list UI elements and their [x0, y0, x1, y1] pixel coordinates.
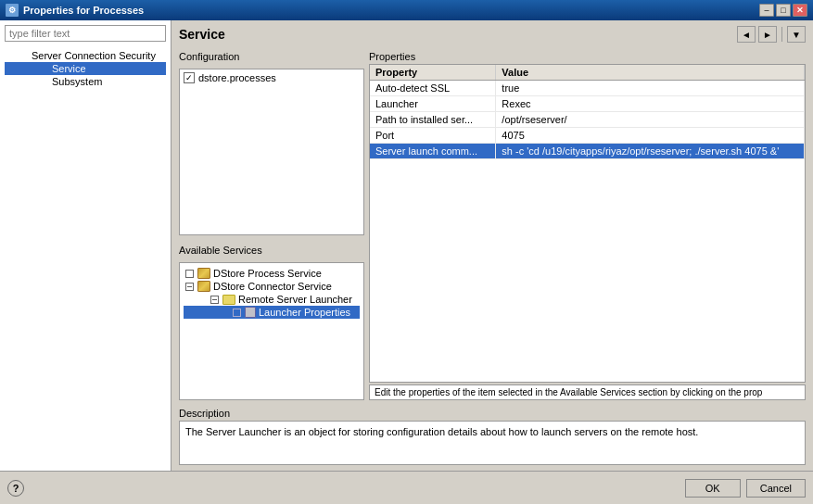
description-label: Description	[179, 408, 806, 419]
value-cell: /opt/rseserver/	[496, 112, 805, 128]
value-cell: sh -c 'cd /u19/cityapps/riyaz/opt/rseser…	[496, 144, 805, 159]
expand-icon-dstore-connector[interactable]: –	[185, 283, 194, 291]
sidebar-item-server-connection-security[interactable]: Server Connection Security	[5, 49, 166, 62]
property-cell: Server launch comm...	[370, 144, 496, 159]
expand-icon-dstore-process[interactable]	[185, 270, 194, 278]
section-title: Service	[179, 27, 225, 42]
sidebar-label-service: Service	[52, 63, 86, 74]
properties-table: Property Value Auto-detect SSLtrueLaunch…	[370, 65, 805, 159]
toolbar-buttons: ◄ ► ▼	[737, 26, 806, 43]
properties-label: Properties	[369, 51, 806, 62]
remote-launcher-icon	[222, 295, 235, 305]
avail-label-remote-launcher: Remote Server Launcher	[238, 294, 352, 305]
config-checkbox[interactable]: ✓	[184, 72, 195, 83]
property-cell: Launcher	[370, 96, 496, 112]
available-services-list[interactable]: DStore Process Service – DStore Connecto…	[179, 262, 364, 400]
avail-item-dstore-process[interactable]: DStore Process Service	[184, 267, 360, 280]
table-row[interactable]: Server launch comm...sh -c 'cd /u19/city…	[370, 144, 805, 159]
avail-label-launcher-properties: Launcher Properties	[259, 307, 350, 318]
toolbar-menu-button[interactable]: ▼	[787, 26, 806, 43]
title-bar-buttons: – □ ✕	[759, 4, 807, 17]
configuration-list[interactable]: ✓ dstore.processes	[179, 69, 364, 235]
ok-button[interactable]: OK	[685, 479, 741, 498]
table-row[interactable]: LauncherRexec	[370, 96, 805, 112]
sidebar: Server Connection Security Service Subsy…	[0, 20, 171, 471]
properties-panel: Properties Property Value Auto-detect SS…	[369, 51, 806, 400]
expand-icon-launcher-props[interactable]	[233, 309, 241, 317]
description-panel: Description The Server Launcher is an ob…	[179, 408, 806, 465]
menu-icon: ▼	[792, 30, 801, 40]
avail-item-dstore-connector[interactable]: – DStore Connector Service	[184, 280, 360, 293]
close-button[interactable]: ✕	[793, 4, 807, 17]
expand-icon-remote-launcher[interactable]: –	[210, 296, 219, 304]
launcher-props-icon	[245, 307, 256, 318]
sidebar-label-subsystem: Subsystem	[52, 76, 102, 87]
action-buttons: OK Cancel	[685, 479, 806, 498]
main-content: Service ◄ ► ▼ Configuration	[171, 20, 813, 471]
hint-bar: Edit the properties of the item selected…	[369, 384, 806, 400]
title-bar-left: ⚙ Properties for Processes	[6, 4, 144, 17]
forward-icon: ►	[763, 30, 772, 40]
section-header: Service ◄ ► ▼	[179, 26, 806, 43]
avail-item-remote-launcher[interactable]: – Remote Server Launcher	[184, 293, 360, 306]
content-columns: Configuration ✓ dstore.processes Availab…	[179, 51, 806, 400]
title-bar: ⚙ Properties for Processes – □ ✕	[0, 0, 813, 20]
value-cell: true	[496, 81, 805, 96]
col-header-property: Property	[370, 65, 496, 81]
sidebar-item-service[interactable]: Service	[5, 62, 166, 75]
minimize-button[interactable]: –	[759, 4, 774, 17]
table-row[interactable]: Auto-detect SSLtrue	[370, 81, 805, 96]
toolbar-forward-button[interactable]: ►	[758, 26, 777, 43]
cancel-button[interactable]: Cancel	[746, 479, 806, 498]
col-header-value: Value	[496, 65, 805, 81]
tree-items: Server Connection Security Service Subsy…	[5, 49, 166, 88]
dstore-process-icon	[197, 268, 210, 279]
sidebar-label-server-connection: Server Connection Security	[32, 50, 156, 61]
help-button[interactable]: ?	[7, 480, 24, 497]
description-box: The Server Launcher is an object for sto…	[179, 421, 806, 465]
property-cell: Auto-detect SSL	[370, 81, 496, 96]
dialog-body: Server Connection Security Service Subsy…	[0, 20, 813, 471]
title-bar-icon: ⚙	[6, 4, 19, 17]
avail-item-launcher-properties[interactable]: Launcher Properties	[184, 306, 360, 319]
table-row[interactable]: Path to installed ser.../opt/rseserver/	[370, 112, 805, 128]
dstore-connector-icon	[197, 281, 210, 292]
value-cell: 4075	[496, 128, 805, 144]
filter-input[interactable]	[5, 25, 166, 42]
toolbar-separator	[781, 27, 782, 42]
config-item-dstore-processes[interactable]: ✓ dstore.processes	[182, 71, 362, 84]
back-icon: ◄	[742, 30, 751, 40]
configuration-label: Configuration	[179, 51, 364, 62]
property-cell: Port	[370, 128, 496, 144]
maximize-button[interactable]: □	[776, 4, 791, 17]
sidebar-item-subsystem[interactable]: Subsystem	[5, 75, 166, 88]
toolbar-back-button[interactable]: ◄	[737, 26, 756, 43]
avail-label-dstore-process: DStore Process Service	[213, 268, 322, 279]
bottom-bar: ? OK Cancel	[0, 471, 813, 504]
avail-label-dstore-connector: DStore Connector Service	[213, 281, 332, 292]
table-row[interactable]: Port4075	[370, 128, 805, 144]
properties-table-container: Property Value Auto-detect SSLtrueLaunch…	[369, 64, 806, 383]
property-cell: Path to installed ser...	[370, 112, 496, 128]
config-item-name: dstore.processes	[198, 72, 276, 83]
window-title: Properties for Processes	[23, 5, 144, 16]
available-services-label: Available Services	[179, 245, 364, 256]
value-cell: Rexec	[496, 96, 805, 112]
config-panel: Configuration ✓ dstore.processes Availab…	[179, 51, 364, 400]
